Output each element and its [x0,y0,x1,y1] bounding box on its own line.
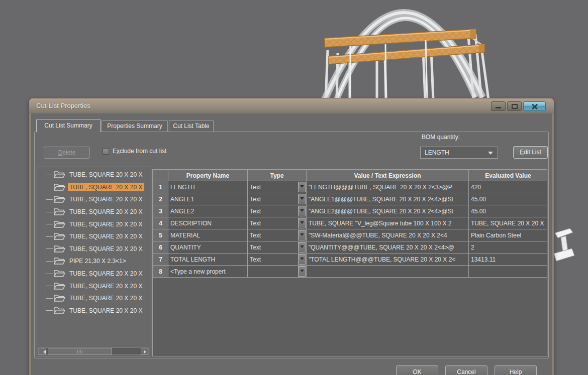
folder-icon [54,257,65,265]
value-cell[interactable]: "LENGTH@@@TUBE, SQUARE 20 X 20 X 2<3>@P [307,181,469,193]
tab-cut-list-summary[interactable]: Cut List Summary [36,119,101,132]
type-cell[interactable]: Text [248,229,307,241]
type-dropdown-icon[interactable] [298,194,306,204]
bom-quantity-select[interactable]: LENGTH [420,147,498,159]
type-cell[interactable]: Text [248,254,307,266]
type-cell[interactable]: Text [248,193,307,205]
type-cell[interactable] [248,266,307,278]
evaluated-cell[interactable]: 45.00 [469,205,548,217]
type-dropdown-icon[interactable] [298,206,306,216]
property-name-cell[interactable]: TOTAL LENGTH [168,254,248,266]
tree-item[interactable]: TUBE, SQUARE 20 X 20 X [37,169,150,181]
exclude-checkbox[interactable] [103,148,109,155]
help-button[interactable]: Help [495,365,537,375]
scroll-left-icon[interactable] [39,348,46,354]
evaluated-cell[interactable]: 13413.11 [469,254,548,266]
edit-list-button[interactable]: Edit List [513,146,548,159]
col-header-type: Type [248,170,307,181]
type-dropdown-icon[interactable] [298,230,306,240]
type-dropdown-icon[interactable] [298,182,306,192]
cut-list-tree: TUBE, SQUARE 20 X 20 X TUBE, SQUARE 20 X… [37,167,150,356]
exclude-row: Exclude from cut list [103,148,166,155]
type-cell[interactable]: Text [248,241,307,254]
type-cell[interactable]: Text [248,205,307,217]
evaluated-cell[interactable]: 45.00 [469,193,548,205]
tree-item[interactable]: TUBE, SQUARE 20 X 20 X [37,206,150,218]
value-cell[interactable]: "SW-Material@@@TUBE, SQUARE 20 X 20 X 2<… [307,229,469,241]
type-cell[interactable]: Text [248,217,307,229]
table-row: 5 MATERIAL Text "SW-Material@@@TUBE, SQU… [153,229,548,241]
property-name-cell[interactable]: LENGTH [168,181,248,193]
evaluated-cell[interactable]: 420 [469,181,548,193]
tree-item[interactable]: TUBE, SQUARE 20 X 20 X [37,193,150,206]
value-cell[interactable]: "ANGLE2@@@TUBE, SQUARE 20 X 20 X 2<4>@St [307,205,469,217]
tree-item[interactable]: TUBE, SQUARE 20 X 20 X [37,280,150,292]
folder-icon [54,282,65,290]
col-header-value: Value / Text Expression [307,170,469,181]
tree-item[interactable]: TUBE, SQUARE 20 X 20 X [37,292,150,305]
table-row: 7 TOTAL LENGTH Text "TOTAL LENGTH@@@TUBE… [153,254,548,266]
folder-icon [54,270,65,278]
col-header-property-name: Property Name [168,170,248,181]
tree-item[interactable]: TUBE, SQUARE 20 X 20 X [37,305,150,317]
value-cell[interactable]: "ANGLE1@@@TUBE, SQUARE 20 X 20 X 2<4>@St [307,193,469,205]
minimize-icon[interactable] [491,101,506,111]
maximize-icon[interactable] [507,101,522,111]
evaluated-cell[interactable]: 2 [469,241,548,254]
table-row: 1 LENGTH Text "LENGTH@@@TUBE, SQUARE 20 … [153,181,548,193]
row-number-cell[interactable]: 2 [153,193,168,205]
type-dropdown-icon[interactable] [298,218,306,228]
row-number-cell[interactable]: 1 [153,181,168,193]
value-cell[interactable]: "TOTAL LENGTH@@@TUBE, SQUARE 20 X 20 X 2… [307,254,469,266]
tree-item[interactable]: TUBE, SQUARE 20 X 20 X [37,268,150,280]
property-name-cell[interactable]: <Type a new propert [168,266,248,278]
select-all-cell[interactable] [153,170,168,181]
row-number-cell[interactable]: 4 [153,217,168,229]
type-dropdown-icon[interactable] [298,254,306,265]
row-number-cell[interactable]: 6 [153,241,168,254]
row-number-cell[interactable]: 7 [153,254,168,266]
folder-icon [54,195,65,203]
scrollbar-thumb[interactable] [48,348,112,354]
value-cell[interactable] [307,266,469,278]
model-foot-bracket [552,225,575,267]
tree-item[interactable]: TUBE, SQUARE 20 X 20 X [37,230,150,243]
folder-icon [54,232,65,240]
property-name-cell[interactable]: MATERIAL [168,229,248,241]
type-dropdown-icon[interactable] [298,266,306,277]
col-header-evaluated: Evaluated Value [469,170,548,181]
evaluated-cell[interactable]: Plain Carbon Steel [469,229,548,241]
property-name-cell[interactable]: ANGLE1 [168,193,248,205]
evaluated-cell[interactable] [469,266,548,278]
folder-icon [54,220,65,228]
tab-properties-summary[interactable]: Properties Summary [102,120,168,132]
window-controls [491,101,546,111]
evaluated-cell[interactable]: TUBE, SQUARE 20 X 20 X [469,217,548,229]
tab-cut-list-table[interactable]: Cut List Table [169,120,214,132]
tree-horizontal-scrollbar[interactable] [38,347,149,355]
tree-item[interactable]: TUBE, SQUARE 20 X 20 X [37,218,150,230]
property-name-cell[interactable]: QUANTITY [168,241,248,254]
table-row: 3 ANGLE2 Text "ANGLE2@@@TUBE, SQUARE 20 … [153,205,548,217]
weldment-3d-model [302,0,588,100]
exclude-label: Exclude from cut list [113,148,166,155]
close-icon[interactable] [523,101,546,111]
row-number-cell[interactable]: 8 [153,266,168,278]
row-number-cell[interactable]: 5 [153,229,168,241]
delete-button[interactable]: Delete [44,147,90,159]
type-dropdown-icon[interactable] [298,242,306,253]
titlebar[interactable]: Cut-List Properties [29,98,554,113]
ok-button[interactable]: OK [396,365,438,375]
property-name-cell[interactable]: ANGLE2 [168,205,248,217]
tab-page: Delete Exclude from cut list BOM quantit… [34,132,549,358]
row-number-cell[interactable]: 3 [153,205,168,217]
value-cell[interactable]: TUBE, SQUARE "V_leg@Square tube 100 X 10… [307,217,469,229]
property-name-cell[interactable]: DESCRIPTION [168,217,248,229]
scroll-right-icon[interactable] [141,348,148,354]
type-cell[interactable]: Text [248,181,307,193]
value-cell[interactable]: "QUANTITY@@@TUBE, SQUARE 20 X 20 X 2<4>@ [307,241,469,254]
cancel-button[interactable]: Cancel [445,365,487,375]
tree-item-pipe[interactable]: PIPE 21,30 X 2.3<1> [37,255,150,268]
tree-item-selected[interactable]: TUBE, SQUARE 20 X 20 X [37,181,150,194]
tree-item[interactable]: TUBE, SQUARE 20 X 20 X [37,243,150,256]
